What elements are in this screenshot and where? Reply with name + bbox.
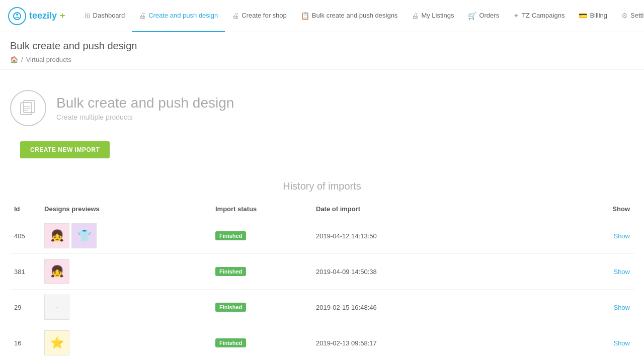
table-row: 405👧👕Finished2019-04-12 14:13:50Show (10, 218, 634, 254)
create-new-import-button[interactable]: CREATE NEW IMPORT (20, 141, 110, 158)
settings-icon: ⚙ (621, 12, 628, 20)
svg-point-1 (16, 14, 18, 16)
cell-id: 29 (10, 290, 40, 325)
hero-icon (10, 90, 46, 126)
hero-text: Bulk create and push design Create multi… (56, 95, 234, 121)
nav-item-settings[interactable]: ⚙ Settings (614, 0, 644, 32)
status-badge: Finished (215, 303, 246, 312)
nav-item-dashboard[interactable]: ⊞ Dashboard (77, 0, 132, 32)
history-section: History of imports Id Designs previews I… (0, 180, 644, 360)
breadcrumb-separator: / (21, 56, 23, 63)
col-id: Id (10, 200, 40, 218)
status-badge: Finished (215, 267, 246, 276)
design-thumbnail: 👕 (71, 223, 97, 248)
printer-icon-3: 🖨 (412, 12, 419, 20)
table-row: 381👧Finished2019-04-09 14:50:38Show (10, 254, 634, 290)
cell-status: Finished (211, 325, 312, 361)
page-header: Bulk create and push design 🏠 / Virtual … (0, 32, 644, 63)
nav-item-tz-campaigns[interactable]: ✦ TZ Campaigns (506, 0, 572, 32)
page-title: Bulk create and push design (10, 40, 634, 52)
col-date: Date of import (312, 200, 594, 218)
nav-item-listings[interactable]: 🖨 My Listings (405, 0, 461, 32)
home-breadcrumb-icon: 🏠 (10, 56, 18, 63)
breadcrumb: 🏠 / Virtual products (10, 56, 634, 63)
hero-section: Bulk create and push design Create multi… (0, 70, 644, 141)
cell-previews: · (40, 290, 211, 325)
cell-id: 381 (10, 254, 40, 290)
breadcrumb-home-link[interactable]: 🏠 (10, 56, 18, 63)
cell-show: Show (594, 254, 634, 290)
show-link[interactable]: Show (613, 339, 630, 347)
cell-date: 2019-02-15 16:48:46 (312, 290, 594, 325)
table-row: 16⭐Finished2019-02-13 09:58:17Show (10, 325, 634, 361)
cell-status: Finished (211, 218, 312, 254)
cell-show: Show (594, 325, 634, 361)
status-badge: Finished (215, 338, 246, 347)
show-link[interactable]: Show (613, 268, 630, 276)
nav-item-orders[interactable]: 🛒 Orders (461, 0, 506, 32)
show-link[interactable]: Show (613, 232, 630, 240)
printer-icon-2: 🖨 (232, 12, 239, 20)
col-status: Import status (211, 200, 312, 218)
nav-item-billing[interactable]: 💳 Billing (572, 0, 614, 32)
hero-subheading: Create multiple products (56, 113, 234, 121)
orders-icon: 🛒 (468, 12, 476, 20)
design-thumbnail: 👧 (44, 223, 69, 248)
nav-item-bulk[interactable]: 📋 Bulk create and push designs (294, 0, 405, 32)
design-thumbnail: ⭐ (44, 330, 69, 355)
cell-show: Show (594, 290, 634, 325)
printer-icon-1: 🖨 (139, 12, 146, 20)
table-row: 29·Finished2019-02-15 16:48:46Show (10, 290, 634, 325)
cell-previews: ⭐ (40, 325, 211, 361)
imports-table: Id Designs previews Import status Date o… (10, 200, 634, 360)
status-badge: Finished (215, 231, 246, 240)
show-link[interactable]: Show (613, 304, 630, 311)
billing-icon: 💳 (579, 12, 587, 20)
hero-heading: Bulk create and push design (56, 95, 234, 111)
main-nav: teezily + ⊞ Dashboard 🖨 Create and push … (0, 0, 644, 32)
cell-status: Finished (211, 254, 312, 290)
history-title: History of imports (10, 180, 634, 192)
design-thumbnail: 👧 (44, 259, 69, 284)
logo-icon (8, 7, 26, 25)
cell-date: 2019-04-12 14:13:50 (312, 218, 594, 254)
cell-status: Finished (211, 290, 312, 325)
nav-item-create-shop[interactable]: 🖨 Create for shop (225, 0, 294, 32)
cell-id: 405 (10, 218, 40, 254)
table-header-row: Id Designs previews Import status Date o… (10, 200, 634, 218)
logo-plus: + (60, 11, 65, 21)
cell-date: 2019-02-13 09:58:17 (312, 325, 594, 361)
cell-id: 16 (10, 325, 40, 361)
campaigns-icon: ✦ (513, 12, 519, 20)
col-previews: Designs previews (40, 200, 211, 218)
clipboard-icon: 📋 (301, 12, 309, 20)
cell-previews: 👧 (40, 254, 211, 290)
cell-date: 2019-04-09 14:50:38 (312, 254, 594, 290)
home-icon: ⊞ (85, 12, 91, 20)
cell-previews: 👧👕 (40, 218, 211, 254)
breadcrumb-current: Virtual products (26, 56, 71, 63)
nav-item-create-push[interactable]: 🖨 Create and push design (132, 0, 225, 32)
logo-link[interactable]: teezily + (8, 7, 65, 25)
cell-show: Show (594, 218, 634, 254)
col-show: Show (594, 200, 634, 218)
logo-text: teezily (29, 11, 57, 21)
design-thumbnail: · (44, 295, 69, 320)
